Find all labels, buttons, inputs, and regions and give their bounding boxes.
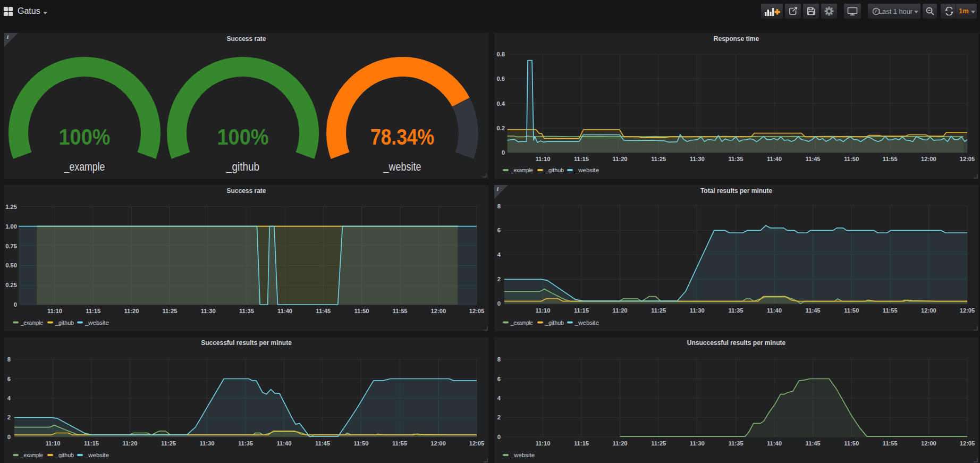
svg-text:0.75: 0.75 (5, 243, 17, 249)
svg-text:_example: _example (510, 167, 533, 173)
svg-text:11:30: 11:30 (199, 440, 214, 447)
svg-text:11:20: 11:20 (613, 156, 628, 162)
svg-text:11:15: 11:15 (86, 308, 100, 314)
svg-text:11:35: 11:35 (728, 440, 743, 447)
svg-text:11:30: 11:30 (201, 308, 216, 314)
svg-text:11:20: 11:20 (613, 440, 628, 447)
svg-text:78.34%: 78.34% (370, 124, 434, 149)
svg-text:11:55: 11:55 (392, 440, 407, 447)
svg-text:1.25: 1.25 (5, 204, 17, 210)
svg-text:_website: _website (575, 167, 599, 173)
svg-text:11:10: 11:10 (47, 308, 62, 314)
svg-text:11:40: 11:40 (277, 308, 292, 314)
svg-text:11:40: 11:40 (767, 156, 782, 162)
svg-text:11:10: 11:10 (535, 156, 550, 162)
svg-text:_website: _website (85, 319, 109, 326)
svg-text:11:50: 11:50 (354, 308, 369, 314)
svg-text:12:05: 12:05 (960, 307, 975, 314)
svg-text:11:25: 11:25 (163, 308, 178, 314)
svg-text:_example: _example (20, 319, 43, 326)
svg-text:11:45: 11:45 (316, 308, 331, 314)
svg-text:12:00: 12:00 (921, 156, 936, 162)
svg-text:12:00: 12:00 (430, 440, 446, 447)
svg-text:11:30: 11:30 (690, 307, 705, 314)
svg-text:11:40: 11:40 (767, 307, 782, 314)
svg-text:0.50: 0.50 (5, 262, 17, 268)
svg-text:11:30: 11:30 (690, 440, 705, 447)
svg-text:8: 8 (497, 356, 501, 363)
svg-text:11:45: 11:45 (806, 307, 821, 314)
svg-text:12:05: 12:05 (960, 156, 975, 162)
svg-text:11:40: 11:40 (767, 440, 782, 447)
svg-text:11:45: 11:45 (806, 440, 821, 447)
svg-text:11:55: 11:55 (883, 440, 898, 447)
svg-text:_website: _website (383, 160, 421, 173)
svg-text:4: 4 (497, 395, 501, 401)
svg-text:11:15: 11:15 (574, 307, 589, 314)
svg-text:11:45: 11:45 (315, 440, 330, 447)
svg-text:_github: _github (545, 319, 564, 326)
svg-text:6: 6 (497, 376, 501, 382)
svg-text:_website: _website (85, 452, 109, 458)
svg-text:11:15: 11:15 (574, 156, 589, 162)
svg-text:11:25: 11:25 (161, 440, 176, 447)
svg-text:11:20: 11:20 (613, 307, 628, 314)
svg-text:11:25: 11:25 (651, 307, 666, 314)
svg-text:100%: 100% (59, 124, 111, 149)
svg-text:11:35: 11:35 (728, 156, 743, 162)
svg-text:11:10: 11:10 (45, 440, 60, 447)
svg-text:1.00: 1.00 (5, 223, 17, 230)
svg-text:11:50: 11:50 (844, 156, 859, 162)
svg-text:4: 4 (7, 395, 11, 401)
svg-text:0: 0 (502, 149, 505, 156)
svg-text:0: 0 (497, 434, 501, 440)
svg-text:_example: _example (20, 452, 43, 458)
svg-text:8: 8 (7, 356, 11, 363)
svg-text:11:55: 11:55 (883, 307, 898, 314)
svg-text:11:35: 11:35 (728, 307, 743, 314)
svg-text:11:35: 11:35 (239, 308, 254, 314)
svg-text:0: 0 (7, 434, 11, 440)
svg-text:11:50: 11:50 (354, 440, 369, 447)
svg-text:11:25: 11:25 (651, 156, 666, 162)
svg-text:12:00: 12:00 (430, 308, 446, 314)
svg-text:2: 2 (497, 414, 501, 420)
svg-text:_website: _website (510, 452, 535, 458)
svg-text:2: 2 (497, 276, 501, 282)
svg-text:2: 2 (7, 414, 11, 420)
svg-text:12:05: 12:05 (469, 440, 485, 447)
svg-text:_github: _github (545, 167, 564, 173)
svg-text:0.4: 0.4 (496, 100, 505, 107)
svg-text:12:00: 12:00 (921, 307, 936, 314)
svg-text:0: 0 (497, 300, 501, 307)
svg-text:6: 6 (7, 376, 11, 382)
svg-text:11:15: 11:15 (574, 440, 589, 447)
svg-text:_example: _example (510, 319, 533, 326)
svg-text:11:20: 11:20 (122, 440, 137, 447)
svg-text:12:05: 12:05 (469, 308, 485, 314)
svg-text:11:50: 11:50 (844, 440, 859, 447)
svg-text:11:55: 11:55 (393, 308, 408, 314)
svg-text:12:05: 12:05 (960, 440, 975, 447)
svg-text:6: 6 (497, 227, 501, 233)
svg-text:11:10: 11:10 (535, 307, 550, 314)
svg-text:_example: _example (64, 160, 105, 173)
svg-text:11:20: 11:20 (124, 308, 139, 314)
svg-text:12:00: 12:00 (921, 440, 936, 447)
svg-text:11:30: 11:30 (690, 156, 705, 162)
svg-text:11:40: 11:40 (277, 440, 292, 447)
svg-text:0.8: 0.8 (496, 51, 505, 57)
svg-text:11:55: 11:55 (883, 156, 898, 162)
svg-text:11:35: 11:35 (238, 440, 253, 447)
svg-text:0.2: 0.2 (496, 125, 505, 131)
svg-text:11:25: 11:25 (651, 440, 666, 447)
svg-text:11:50: 11:50 (844, 307, 859, 314)
svg-text:0.6: 0.6 (496, 75, 505, 82)
svg-text:8: 8 (497, 203, 501, 209)
svg-text:0: 0 (14, 301, 17, 308)
svg-text:11:15: 11:15 (84, 440, 99, 447)
svg-text:_github: _github (55, 452, 74, 458)
svg-text:4: 4 (497, 251, 501, 258)
svg-text:11:45: 11:45 (806, 156, 821, 162)
svg-text:0.25: 0.25 (5, 282, 17, 288)
